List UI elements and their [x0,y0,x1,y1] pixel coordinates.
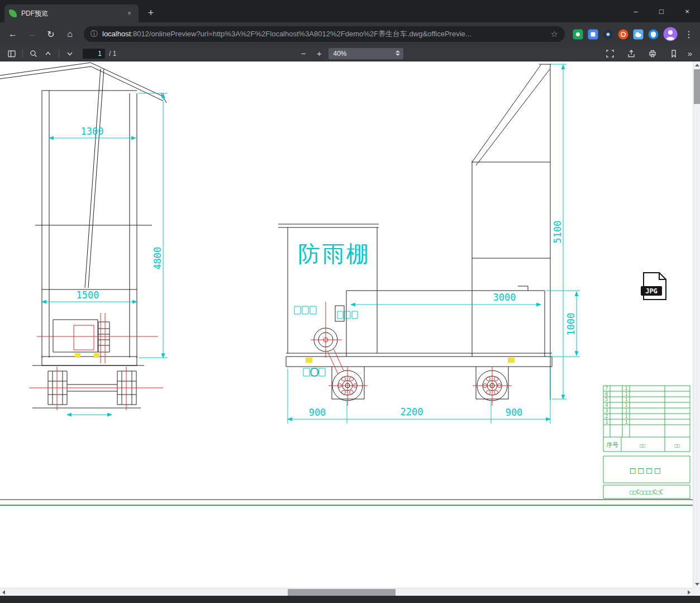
pdf-toolbar: / 1 − + 40% » [0,46,700,61]
horizontal-scroll-thumb[interactable] [288,589,396,596]
row-qty: 1 [625,414,628,419]
row-num: 1 [606,420,608,425]
centerlines [29,302,512,410]
dim-1300: 1300 [81,126,104,137]
zoom-level-value: 40% [334,50,347,58]
minimize-button[interactable]: – [623,0,649,22]
new-tab-button[interactable]: + [144,7,158,20]
tab-favicon-icon [9,10,17,17]
scroll-right-arrow[interactable] [685,588,693,596]
bookmark-star-icon[interactable]: ☆ [551,29,558,39]
vertical-scrollbar[interactable] [693,61,700,588]
zoom-controls: − + 40% [297,48,403,60]
dimension-labels: 1300 4800 1500 3000 1000 5100 900 2200 9… [77,126,577,418]
scroll-left-arrow[interactable] [0,588,7,596]
sidebar-toggle-icon[interactable] [4,48,19,60]
row-qty: 1 [625,397,628,402]
titleblock-header: 序号 [606,441,618,449]
extension-5-icon[interactable] [633,29,644,40]
row-num: 3 [606,409,608,414]
tab-title: PDF预览 [21,9,125,18]
dim-2200: 2200 [401,406,423,417]
url-text: localhost:8012/onlinePreview?url=http%3A… [102,29,546,39]
scrollbar-corner [693,588,700,596]
previous-page-icon[interactable] [41,48,55,60]
row-num: 7 [606,386,608,391]
extension-2-icon[interactable] [588,29,598,40]
toolbar-divider [59,49,59,58]
row-qty: 1 [625,392,628,397]
side-view [278,64,552,401]
dim-4800: 4800 [152,247,163,270]
pdf-toolbar-right: » [603,48,692,60]
reload-icon[interactable]: ↻ [42,26,59,42]
zoom-level-select[interactable]: 40% [328,48,403,59]
page-number-input[interactable] [83,49,105,59]
jpg-label: JPG [645,287,658,295]
window-titlebar: PDF预览 × + – □ × [0,0,700,22]
dim-5100: 5100 [552,221,563,244]
home-icon[interactable]: ⌂ [61,26,78,42]
row-qty: 1 [625,403,628,408]
scroll-down-arrow[interactable] [693,581,700,588]
page-count-label: / 1 [109,50,116,58]
vertical-scroll-thumb[interactable] [694,69,700,104]
open-file-icon[interactable] [624,48,639,60]
row-num: 6 [606,392,608,397]
titleblock-footer: □□C□□□□C□C [630,489,663,495]
site-info-icon[interactable]: ⓘ [91,29,98,39]
search-icon[interactable] [26,48,41,60]
tab-close-icon[interactable]: × [125,9,134,18]
scroll-up-arrow[interactable] [693,61,700,69]
titleblock-header-small-2: □□ [674,443,680,448]
row-num: 5 [606,397,608,402]
url-host: localhost [102,30,131,38]
dim-1000: 1000 [565,313,577,336]
bookmark-icon[interactable] [666,48,681,60]
extensions-area [573,27,678,41]
window-bottom-edge [0,596,700,603]
titleblock-header-small-1: □□ [640,443,645,448]
dim-900-left: 900 [309,407,326,418]
titleblock-name: □□□□ [630,465,663,476]
cad-drawing: 1300 4800 1500 3000 1000 5100 900 2200 9… [0,61,693,588]
forward-icon[interactable]: → [23,26,40,42]
toolbar-divider [22,49,23,58]
row-qty: 1 [625,386,628,391]
extension-3-icon[interactable] [603,29,613,40]
row-num: 4 [606,403,608,408]
row-qty: 1 [625,420,628,425]
browser-toolbar: ← → ↻ ⌂ ⓘ localhost:8012/onlinePreview?u… [0,22,700,46]
extension-6-icon[interactable] [648,29,659,40]
extension-1-icon[interactable] [573,29,583,40]
row-num: 2 [606,414,608,419]
more-tools-button[interactable]: » [688,49,692,58]
left-view [0,63,166,408]
pdf-page: 1300 4800 1500 3000 1000 5100 900 2200 9… [0,61,693,588]
dim-1500: 1500 [77,289,99,301]
jpg-file-icon: JPG [641,273,666,300]
title-block [0,386,693,505]
print-icon[interactable] [645,48,660,60]
zoom-in-button[interactable]: + [313,48,326,60]
browser-tab[interactable]: PDF预览 × [4,4,139,22]
extension-4-icon[interactable] [618,29,628,40]
close-button[interactable]: × [674,0,700,22]
dim-900-right: 900 [506,407,523,418]
back-icon[interactable]: ← [4,26,21,42]
address-bar[interactable]: ⓘ localhost:8012/onlinePreview?url=http%… [84,26,565,42]
next-page-icon[interactable] [63,48,77,60]
presentation-mode-icon[interactable] [603,48,617,60]
dim-3000: 3000 [493,292,516,303]
zoom-out-button[interactable]: − [297,48,311,60]
structure-lines [0,63,693,500]
canopy-label: 防雨棚 [298,241,370,267]
maximize-button[interactable]: □ [649,0,674,22]
row-qty: 1 [625,409,628,414]
horizontal-scrollbar[interactable] [0,588,693,596]
url-path: :8012/onlinePreview?url=http%3A%2F%2Floc… [131,30,471,38]
browser-menu-icon[interactable]: ⋮ [681,26,697,42]
profile-avatar[interactable] [663,27,678,41]
select-caret-icon [396,50,400,56]
window-controls: – □ × [623,0,700,22]
